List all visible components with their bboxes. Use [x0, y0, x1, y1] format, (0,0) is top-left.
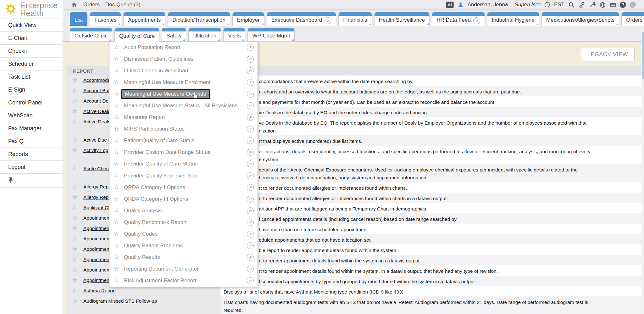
dropdown-item-patient-quality-of-care-status[interactable]: ☆Patient Quality of Care Status↗ [109, 135, 258, 147]
dropdown-item-qrda-category-iii-options[interactable]: ☆QRDA Category III Options↗ [109, 193, 258, 205]
favorite-star-icon[interactable]: ☆ [114, 56, 119, 62]
favorite-star-icon[interactable]: ☆ [72, 225, 77, 234]
favorite-star-icon[interactable]: ☆ [114, 138, 119, 144]
open-in-new-icon[interactable]: ↗ [247, 114, 254, 121]
report-link-asthma-report[interactable]: Asthma Report [83, 288, 116, 293]
sidebar-pin-button[interactable] [0, 174, 63, 188]
favorite-star-icon[interactable]: ☆ [72, 215, 77, 224]
report-link-activity-log[interactable]: Activity Log [83, 148, 108, 153]
legacy-view-button[interactable]: LEGACY VIEW [581, 48, 635, 61]
favorite-star-icon[interactable]: ☆ [114, 266, 119, 272]
open-in-new-icon[interactable]: ↗ [247, 79, 254, 86]
sidebar-item-task-list[interactable]: Task List [0, 70, 63, 83]
favorite-star-icon[interactable]: ☆ [114, 91, 119, 97]
dropdown-item-meaningful-use-measure-status-all-physicians[interactable]: ☆Meaningful Use Measure Status - All Phy… [109, 100, 258, 111]
open-in-new-icon[interactable]: ↗ [247, 196, 254, 203]
scrollbar-thumb[interactable] [642, 32, 644, 79]
sidebar-item-checkin[interactable]: Checkin [0, 45, 63, 58]
sidebar-item-webscan[interactable]: WebScan [0, 109, 63, 122]
dropdown-item-mips-participation-status[interactable]: ☆MIPS Participation Status↗ [109, 123, 258, 135]
open-in-new-icon[interactable]: ↗ [247, 266, 254, 272]
favorite-star-icon[interactable]: ☆ [72, 256, 77, 265]
tab-employer[interactable]: Employer [232, 12, 264, 26]
favorite-star-icon[interactable]: ☆ [114, 173, 119, 179]
favorite-star-icon[interactable]: ☆ [114, 161, 119, 167]
sidebar-item-quick-view[interactable]: Quick View [0, 19, 63, 32]
tab-favorites[interactable]: Favorites [90, 12, 121, 26]
tab-list[interactable]: List [70, 12, 87, 26]
favorite-star-icon[interactable]: ☆ [114, 255, 119, 261]
favorite-star-icon[interactable]: ☆ [114, 243, 119, 249]
dropdown-item-meaningful-use-measure-override[interactable]: ☆Meaningful Use Measure Override↗ [109, 88, 258, 100]
user-name[interactable]: Anderson, Jenna [468, 2, 508, 8]
open-in-new-icon[interactable]: ↗ [247, 44, 254, 51]
favorite-star-icon[interactable]: ☆ [72, 137, 77, 146]
dropdown-item-quality-patient-problems[interactable]: ☆Quality Patient Problems↗ [109, 240, 258, 252]
favorite-star-icon[interactable]: ☆ [72, 87, 77, 96]
tab-wr-case-mgmt[interactable]: WR Case Mgmt [247, 28, 295, 42]
sidebar-item-e-sign[interactable]: E-Sign [0, 83, 63, 96]
favorite-star-icon[interactable]: ☆ [72, 236, 77, 244]
dropdown-item-qrda-category-i-options[interactable]: ☆QRDA Category I Options↗ [109, 182, 258, 193]
favorite-star-icon[interactable]: ☆ [114, 103, 119, 109]
report-link-audiogram-missed-sts-follow-up[interactable]: Audiogram Missed STS Follow-up [83, 298, 157, 304]
favorite-star-icon[interactable]: ☆ [114, 115, 119, 121]
open-in-new-icon[interactable]: ↗ [247, 91, 254, 98]
globe-icon[interactable] [599, 1, 606, 8]
dropdown-item-provider-custom-date-range-status[interactable]: ☆Provider Custom Date Range Status↗ [109, 147, 258, 158]
sidebar-item-reports[interactable]: Reports [0, 148, 63, 161]
open-in-new-icon[interactable]: ↗ [247, 137, 254, 144]
favorite-star-icon[interactable]: ☆ [114, 79, 119, 85]
nav-doc-queue[interactable]: Doc Queue (3) [105, 2, 141, 8]
clock-icon[interactable] [544, 1, 551, 8]
favorite-star-icon[interactable]: ☆ [72, 98, 77, 107]
favorite-star-icon[interactable]: ☆ [114, 278, 119, 284]
favorite-star-icon[interactable]: ☆ [72, 288, 77, 296]
favorite-star-icon[interactable]: ☆ [72, 119, 77, 135]
tab-safety[interactable]: Safety [162, 28, 186, 42]
favorite-star-icon[interactable]: ☆ [114, 184, 119, 190]
favorite-star-icon[interactable]: ☆ [72, 246, 77, 255]
help-icon[interactable]: ? [620, 2, 626, 8]
open-in-new-icon[interactable]: ↗ [247, 231, 254, 238]
open-in-new-icon[interactable]: ↗ [247, 254, 254, 261]
open-in-new-icon[interactable]: ↗ [247, 242, 254, 249]
tab-quality-of-care[interactable]: Quality of Care [114, 28, 159, 42]
tab-outside-clinic[interactable]: Outside Clinic [70, 28, 112, 42]
open-in-new-icon[interactable]: ↗ [247, 126, 254, 132]
favorite-star-icon[interactable]: ☆ [72, 277, 77, 286]
tab-industrial-hygiene[interactable]: Industrial Hygiene [487, 12, 539, 26]
open-in-new-icon[interactable]: ↗ [247, 56, 254, 63]
tab-appointments[interactable]: Appointments [123, 12, 165, 26]
open-in-new-icon[interactable]: ↗ [247, 207, 254, 214]
favorite-star-icon[interactable]: ☆ [114, 68, 119, 74]
sidebar-item-fax-q[interactable]: Fax Q [0, 135, 63, 148]
dropdown-item-quality-codes[interactable]: ☆Quality Codes↗ [109, 228, 258, 240]
sidebar-item-control-panel[interactable]: Control Panel [0, 96, 63, 109]
open-in-new-icon[interactable]: ↗ [247, 67, 254, 74]
home-icon[interactable] [71, 1, 78, 8]
favorite-star-icon[interactable]: ☆ [72, 108, 77, 117]
tab-executive-dashboard[interactable]: Executive Dashboard↗ [267, 12, 336, 26]
tab-utilization[interactable]: Utilization [188, 28, 221, 42]
sidebar-item-scheduler[interactable]: Scheduler [0, 58, 63, 70]
open-in-new-icon[interactable]: ↗ [247, 172, 254, 179]
sidebar-item-fax-manager[interactable]: Fax Manager [0, 122, 63, 135]
dropdown-item-audit-population-report[interactable]: ☆Audit Population Report↗ [109, 42, 258, 53]
open-in-new-icon[interactable]: ↗ [247, 184, 254, 191]
dropdown-item-loinc-codes-in-webchart[interactable]: ☆LOINC Codes in WebChart↗ [109, 65, 258, 76]
favorite-star-icon[interactable]: ☆ [72, 298, 77, 314]
favorite-star-icon[interactable]: ☆ [72, 205, 77, 213]
wand-icon[interactable] [589, 1, 596, 8]
keyboard-icon[interactable] [609, 1, 616, 8]
dropdown-item-quality-analysis[interactable]: ☆Quality Analysis↗ [109, 205, 258, 216]
dropdown-item-provider-quality-of-care-status[interactable]: ☆Provider Quality of Care Status↗ [109, 158, 258, 170]
open-in-new-icon[interactable]: ↗ [247, 149, 254, 156]
dropdown-item-reporting-document-generator[interactable]: ☆Reporting Document Generator↗ [109, 263, 258, 275]
tab-orders[interactable]: Orders [621, 12, 644, 26]
dropdown-item-meaningful-use-measure-enrollment[interactable]: ☆Meaningful Use Measure Enrollment↗ [109, 76, 258, 88]
favorite-star-icon[interactable]: ☆ [114, 44, 119, 50]
report-link-active-deals[interactable]: Active Deals [83, 109, 110, 114]
favorite-star-icon[interactable]: ☆ [72, 147, 77, 164]
dropdown-item-risk-adjustment-factor-report[interactable]: ☆Risk Adjustment Factor Report↗ [109, 275, 258, 287]
